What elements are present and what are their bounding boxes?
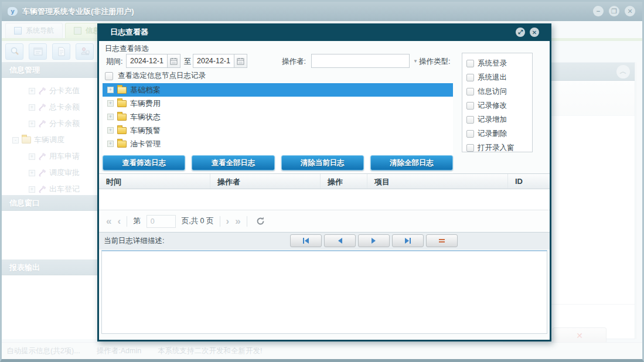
checkbox-icon[interactable] (466, 130, 474, 138)
optype-label-text: 信息访问 (478, 87, 507, 97)
prev-record-button[interactable] (324, 234, 356, 247)
dialog-button-row: 查看筛选日志 查看全部日志 清除当前日志 清除全部日志 (103, 155, 453, 170)
optype-label-text: 记录增加 (478, 115, 507, 125)
close-button[interactable]: ✕ (625, 6, 635, 16)
dialog-close-button[interactable]: ✕ (530, 28, 539, 37)
optype-label-text: 系统退出 (478, 73, 507, 83)
detail-label: 当前日志详细描述: (104, 236, 164, 246)
dialog-title: 日志查看器 (110, 27, 148, 37)
optype-item[interactable]: 记录增加 (466, 112, 532, 127)
checkbox-icon[interactable] (466, 102, 474, 110)
prev-page-icon[interactable]: ‹ (117, 216, 121, 227)
node-log-checkbox-label: 查看选定信息节点日志记录 (118, 71, 206, 81)
title-bar: y 车辆管理系统专业版(非注册用户) − ❐ ✕ (2, 2, 642, 21)
calendar-icon[interactable] (234, 54, 247, 68)
page-number-input[interactable] (146, 215, 176, 228)
date-to-field (193, 54, 247, 68)
log-table-header: 时间 操作者 操作 项目 ID (99, 173, 550, 189)
tree-node-label: 车辆费用 (130, 98, 161, 109)
pager-divider (127, 216, 127, 227)
checkbox-icon[interactable] (105, 72, 113, 80)
date-to-input[interactable] (193, 54, 234, 68)
tree-node-label: 基础档案 (130, 85, 161, 95)
operator-combobox[interactable]: ▼ (311, 54, 410, 68)
optype-label-text: 系统登录 (478, 59, 507, 69)
tree-node-label: 车辆预警 (130, 125, 161, 136)
date-from-field (126, 54, 180, 68)
refresh-icon[interactable] (255, 216, 265, 226)
first-page-icon[interactable]: « (106, 216, 111, 227)
dialog-title-bar[interactable]: 日志查看器 ⤢ ✕ (99, 23, 550, 41)
next-page-icon[interactable]: › (226, 216, 230, 227)
period-label: 期间: (106, 57, 122, 67)
last-record-button[interactable] (392, 234, 424, 247)
tree-node-vehicle-status[interactable]: + 车辆状态 (103, 110, 453, 124)
column-header-item[interactable]: 项目 (367, 174, 508, 189)
checkbox-icon[interactable] (466, 60, 474, 67)
view-all-logs-button[interactable]: 查看全部日志 (192, 155, 274, 170)
checkbox-icon[interactable] (466, 116, 474, 124)
optype-label: 操作类型: (419, 57, 450, 67)
clear-all-logs-button[interactable]: 清除全部日志 (370, 155, 453, 170)
tree-node-label: 油卡管理 (130, 139, 161, 149)
calendar-icon[interactable] (167, 54, 180, 68)
optype-item[interactable]: 系统登录 (466, 56, 532, 70)
log-viewer-dialog: 日志查看器 ⤢ ✕ 日志查看筛选 期间: 至 操作者: (97, 23, 551, 341)
view-filtered-logs-button[interactable]: 查看筛选日志 (103, 155, 185, 170)
checkbox-icon[interactable] (466, 88, 474, 95)
date-from-input[interactable] (126, 54, 167, 68)
operator-input[interactable] (312, 54, 413, 67)
column-header-time[interactable]: 时间 (99, 174, 210, 189)
folder-icon (117, 141, 127, 148)
optype-checkbox-list: 系统登录 系统退出 信息访问 记录修改 记录增加 记录删除 打开录入窗 (462, 53, 533, 152)
to-label: 至 (184, 57, 192, 67)
optype-item[interactable]: 记录删除 (466, 127, 532, 141)
optype-label-text: 记录修改 (478, 101, 507, 111)
expand-plus-icon[interactable]: + (107, 127, 114, 134)
operator-label: 操作者: (282, 57, 306, 67)
app-logo-icon: y (8, 7, 18, 16)
remove-record-button[interactable] (426, 234, 458, 247)
checkbox-icon[interactable] (466, 144, 474, 152)
optype-item[interactable]: 系统退出 (466, 70, 532, 84)
checkbox-icon[interactable] (466, 74, 474, 81)
folder-icon (117, 127, 127, 134)
folder-icon (117, 114, 127, 121)
tree-node-label: 车辆状态 (130, 112, 161, 122)
optype-item[interactable]: 打开录入窗 (466, 141, 532, 152)
clear-current-logs-button[interactable]: 清除当前日志 (281, 155, 364, 170)
pager-divider (220, 216, 220, 227)
dialog-maximize-button[interactable]: ⤢ (516, 28, 525, 37)
expand-plus-icon[interactable]: + (107, 114, 114, 120)
optype-item[interactable]: 记录修改 (466, 98, 532, 112)
first-record-button[interactable] (290, 234, 322, 247)
column-header-operation[interactable]: 操作 (321, 174, 367, 189)
folder-icon (117, 87, 127, 94)
optype-label-text: 打开录入窗 (478, 143, 514, 153)
record-nav-group (290, 234, 458, 247)
minimize-button[interactable]: − (593, 6, 604, 16)
last-page-icon[interactable]: » (235, 216, 240, 227)
chevron-down-icon[interactable]: ▼ (413, 54, 418, 67)
tree-node-vehicle-cost[interactable]: + 车辆费用 (103, 97, 453, 110)
log-table-body-empty (99, 189, 550, 210)
expand-plus-icon[interactable]: + (107, 141, 114, 147)
expand-plus-icon[interactable]: + (107, 87, 114, 93)
folder-icon (117, 100, 127, 107)
window-title: 车辆管理系统专业版(非注册用户) (22, 6, 134, 17)
optype-item[interactable]: 信息访问 (466, 84, 532, 98)
pagination-bar: « ‹ 第 页,共 0 页 › » (99, 210, 550, 232)
tree-node-basic-archive[interactable]: + 基础档案 (103, 83, 453, 97)
expand-plus-icon[interactable]: + (107, 100, 114, 107)
log-detail-textarea[interactable] (101, 250, 547, 334)
node-log-checkbox-row[interactable]: 查看选定信息节点日志记录 (105, 71, 206, 81)
tree-node-vehicle-warning[interactable]: + 车辆预警 (103, 124, 453, 137)
page-label: 第 (133, 216, 141, 226)
application-window: y 车辆管理系统专业版(非注册用户) − ❐ ✕ 系统导航 信息管理 (0, 0, 644, 362)
next-record-button[interactable] (358, 234, 390, 247)
pager-divider (247, 216, 247, 227)
tree-node-fuel-card[interactable]: + 油卡管理 (103, 137, 453, 151)
column-header-operator[interactable]: 操作者 (210, 174, 321, 189)
column-header-id[interactable]: ID (508, 174, 550, 189)
restore-button[interactable]: ❐ (609, 6, 619, 16)
